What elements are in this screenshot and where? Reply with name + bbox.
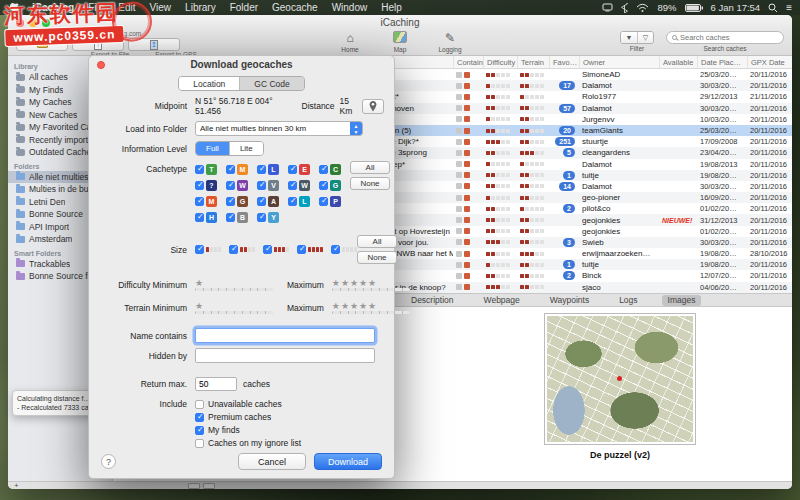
difficulty-min-slider[interactable]: ★ <box>195 278 273 291</box>
cachetype-benchmark-checkbox[interactable] <box>226 213 235 222</box>
hidden-by-input[interactable] <box>195 348 375 363</box>
tab-webpage[interactable]: Webpage <box>478 295 526 306</box>
dialog-close-button[interactable] <box>97 61 105 69</box>
tab-images[interactable]: Images <box>662 295 702 306</box>
column-header-difficulty[interactable]: Difficulty <box>483 56 517 68</box>
include-caches-on-my-ignore-list-checkbox[interactable] <box>195 439 204 448</box>
battery-icon[interactable] <box>685 4 703 12</box>
column-header-contain[interactable]: Contain… <box>453 56 483 68</box>
date-placed-cell: 10/03/20… <box>697 114 747 125</box>
home-button[interactable]: ⌂ Home <box>332 31 368 53</box>
menu-item-help[interactable]: Help <box>374 2 409 13</box>
cancel-button[interactable]: Cancel <box>238 453 306 470</box>
cachetype-all-button[interactable]: All <box>350 161 390 174</box>
pick-location-button[interactable] <box>362 99 384 114</box>
bluetooth-icon[interactable] <box>621 3 628 13</box>
menubar-clock[interactable]: 6 Jan 17:54 <box>711 2 761 13</box>
cachetype-virtual-checkbox[interactable] <box>257 181 266 190</box>
tab-waypoints[interactable]: Waypoints <box>544 295 595 306</box>
search-field[interactable] <box>666 31 784 44</box>
menu-item-library[interactable]: Library <box>178 2 223 13</box>
window-titlebar[interactable]: iCaching <box>8 15 792 29</box>
column-header-owner[interactable]: Owner <box>579 56 659 68</box>
terrain-max-slider[interactable]: ★★★★★ <box>332 301 410 314</box>
include-premium-caches-checkbox[interactable] <box>195 413 204 422</box>
zoom-button[interactable] <box>42 19 50 27</box>
column-header-gpx-date[interactable]: GPX Date <box>747 56 792 68</box>
wifi-icon[interactable] <box>636 3 649 12</box>
folder-popup-button[interactable]: Alle niet multies binnen 30 km ▲▼ <box>195 121 363 136</box>
column-header-available[interactable]: Available <box>659 56 697 68</box>
filter-on-button[interactable]: ▼ <box>621 32 637 43</box>
tab-logs[interactable]: Logs <box>613 295 643 306</box>
cachetype-giga-event-checkbox[interactable] <box>226 197 235 206</box>
cachetype-cito-checkbox[interactable] <box>319 165 328 174</box>
dialog-tab-gc-code[interactable]: GC Code <box>239 77 303 90</box>
difficulty-rating <box>486 129 510 133</box>
menu-item-window[interactable]: Window <box>325 2 375 13</box>
menu-item-icaching[interactable]: iCaching <box>25 2 81 13</box>
gpx-date-cell: 20/11/2016 <box>747 226 792 237</box>
dialog-tab-location[interactable]: Location <box>179 77 239 90</box>
download-button[interactable]: Download <box>314 453 382 470</box>
difficulty-max-slider[interactable]: ★★★★★ <box>332 278 410 291</box>
info-level-lite[interactable]: Lite <box>229 142 263 155</box>
cachetype-letterbox-checkbox[interactable] <box>257 165 266 174</box>
include-my-finds-checkbox[interactable] <box>195 426 204 435</box>
cachetype-traditional-checkbox[interactable] <box>195 165 204 174</box>
cachetype-event-checkbox[interactable] <box>288 165 297 174</box>
map-button[interactable]: Map <box>382 31 418 53</box>
dialog-titlebar[interactable]: Download geocaches <box>89 56 394 73</box>
menu-item-folder[interactable]: Folder <box>223 2 265 13</box>
cache-map-image[interactable] <box>545 314 695 444</box>
cachetype-earthcache-checkbox[interactable] <box>319 181 328 190</box>
close-button[interactable] <box>16 19 24 27</box>
column-header-favo[interactable]: Favo… <box>549 56 579 68</box>
cachetype-hq-checkbox[interactable] <box>195 213 204 222</box>
search-input[interactable] <box>680 33 770 42</box>
export-to-gps-button[interactable]: ↥ <box>128 38 180 51</box>
menu-item-view[interactable]: View <box>143 2 179 13</box>
cachetype-ape-checkbox[interactable] <box>257 197 266 206</box>
view-toggle-left-button[interactable] <box>188 483 200 489</box>
spotlight-icon[interactable] <box>768 3 778 13</box>
cachetype-multi-checkbox[interactable] <box>226 165 235 174</box>
size-large-checkbox[interactable] <box>297 245 306 254</box>
tab-description[interactable]: Description <box>405 295 460 306</box>
view-toggle-right-button[interactable] <box>203 483 215 489</box>
add-folder-button[interactable]: + <box>8 482 25 489</box>
display-icon[interactable] <box>602 3 613 12</box>
return-max-input[interactable] <box>195 377 237 391</box>
cachetype-webcam-checkbox[interactable] <box>288 181 297 190</box>
info-level-full[interactable]: Full <box>196 142 229 155</box>
size-micro-checkbox[interactable] <box>195 245 204 254</box>
size-regular-checkbox[interactable] <box>263 245 272 254</box>
include-unavailable-caches-checkbox[interactable] <box>195 400 204 409</box>
menu-item-geocache[interactable]: Geocache <box>265 2 325 13</box>
logging-button[interactable]: ✎ Logging <box>432 31 468 53</box>
pocket-queries-button[interactable] <box>16 38 68 51</box>
size-small-checkbox[interactable] <box>229 245 238 254</box>
help-button[interactable]: ? <box>101 454 116 469</box>
cachetype-mystery-checkbox[interactable] <box>195 181 204 190</box>
apple-menu[interactable] <box>0 1 25 14</box>
cachetype-waymark-checkbox[interactable] <box>257 213 266 222</box>
size-other-checkbox[interactable] <box>331 245 340 254</box>
column-header-terrain[interactable]: Terrain <box>517 56 549 68</box>
filter-off-button[interactable]: ▽ <box>637 32 653 43</box>
cachetype-none-button[interactable]: None <box>350 177 390 190</box>
size-none-button[interactable]: None <box>357 251 397 264</box>
name-contains-input[interactable] <box>195 328 375 343</box>
column-header-date-plac[interactable]: Date Plac… <box>697 56 747 68</box>
menu-item-file[interactable]: File <box>81 2 111 13</box>
terrain-min-slider[interactable]: ★ <box>195 301 273 314</box>
export-to-file-button[interactable]: ↑ <box>72 38 124 51</box>
size-all-button[interactable]: All <box>357 235 397 248</box>
notification-center-icon[interactable]: ≡ <box>786 2 792 13</box>
cachetype-wherigo-checkbox[interactable] <box>226 181 235 190</box>
minimize-button[interactable] <box>29 19 37 27</box>
cachetype-lab-checkbox[interactable] <box>288 197 297 206</box>
cachetype-mega-event-checkbox[interactable] <box>195 197 204 206</box>
cachetype-gps-maze-checkbox[interactable] <box>319 197 328 206</box>
menu-item-edit[interactable]: Edit <box>111 2 142 13</box>
